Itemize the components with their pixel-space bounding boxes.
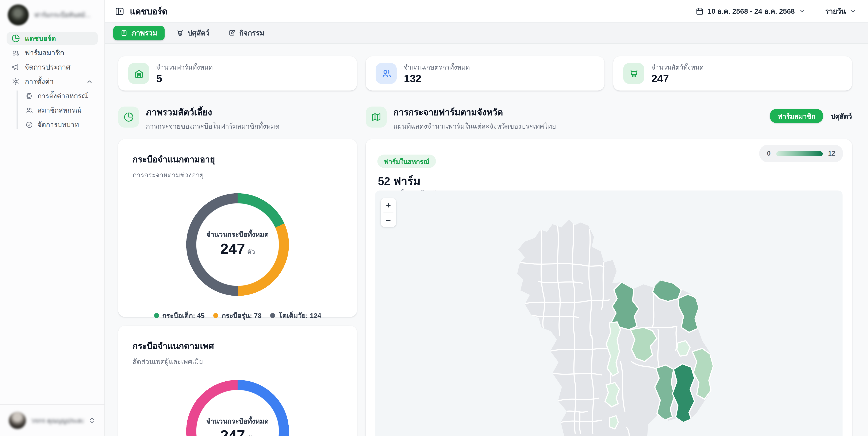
- user-menu[interactable]: วรกร คุณบุญประสงค์...: [0, 404, 104, 436]
- user-name-blurred: วรกร คุณบุญประสงค์...: [31, 415, 84, 426]
- choropleth-scale-legend: 0 12: [759, 145, 843, 162]
- tab-activity[interactable]: กิจกรรม: [221, 26, 272, 40]
- overview-icon: [121, 29, 128, 36]
- overview-section-subtitle: การกระจายของกระบือในฟาร์มสมาชิกทั้งหมด: [146, 121, 280, 131]
- top-header: แดชบอร์ด 10 ธ.ค. 2568 - 24 ธ.ค. 2568 ราย…: [105, 0, 868, 23]
- stat-card-total-farms: จำนวนฟาร์มทั้งหมด 5: [118, 56, 357, 91]
- donut-center-value: 247ตัว: [220, 241, 255, 260]
- chevron-up-icon: [86, 78, 93, 85]
- farms-in-coop-badge: ฟาร์มในสหกรณ์: [377, 155, 436, 168]
- granularity-select[interactable]: รายวัน: [822, 3, 860, 20]
- sidebar-item-label: ฟาร์มสมาชิก: [25, 47, 64, 59]
- date-range-value: 10 ธ.ค. 2568 - 24 ธ.ค. 2568: [707, 5, 795, 17]
- age-donut-legend: กระบือเด็ก: 45กระบือรุ่น: 78โตเต็มวัย: 1…: [132, 310, 342, 321]
- map-section-header: การกระจายฟาร์มตามจังหวัด แผนที่แสดงจำนวน…: [366, 106, 556, 131]
- stat-label: จำนวนเกษตรกรทั้งหมด: [404, 62, 470, 72]
- gear-icon: [11, 77, 20, 86]
- sidebar-collapse-icon[interactable]: [115, 6, 124, 16]
- sidebar-subitem-label: สมาชิกสหกรณ์: [37, 105, 82, 115]
- coop-logo-row: ฟาร์มกระบือทันสมั...: [0, 0, 104, 31]
- cow-icon: [176, 29, 184, 37]
- pie-chart-icon: [11, 34, 20, 42]
- map-total-farms: 52 ฟาร์ม: [378, 172, 421, 190]
- map-icon: [371, 112, 381, 122]
- notebook-pen-icon: [228, 29, 236, 36]
- tab-label: ปศุสัตว์: [188, 27, 210, 39]
- date-range-picker[interactable]: 10 ธ.ค. 2568 - 24 ธ.ค. 2568: [692, 3, 808, 20]
- sidebar-subitem-label: การตั้งค่าสหกรณ์: [37, 91, 88, 101]
- thailand-choropleth-map[interactable]: [375, 190, 842, 436]
- scale-max: 12: [828, 150, 835, 158]
- sidebar-item-announcements[interactable]: จัดการประกาศ: [6, 61, 98, 73]
- tab-label: กิจกรรม: [239, 27, 264, 39]
- user-avatar: [9, 412, 26, 429]
- calendar-icon: [695, 7, 704, 15]
- barn-icon: [133, 68, 144, 79]
- sidebar: ฟาร์มกระบือทันสมั... แดชบอร์ด ฟาร์มสมาชิ…: [0, 0, 105, 436]
- tab-overview[interactable]: ภาพรวม: [113, 26, 164, 40]
- legend-dot: [154, 313, 159, 318]
- stat-card-total-farmers: จำนวนเกษตรกรทั้งหมด 132: [366, 56, 604, 91]
- check-circle-icon: [25, 121, 33, 128]
- donut-center-label: จำนวนกระบือทั้งหมด: [206, 229, 269, 240]
- overview-section-header: ภาพรวมสัตว์เลี้ยง การกระจายของกระบือในฟา…: [118, 106, 279, 131]
- legend-item: กระบือเด็ก: 45: [154, 310, 205, 321]
- legend-item: กระบือรุ่น: 78: [214, 310, 261, 321]
- sex-card-title: กระบือจำแนกตามเพศ: [132, 339, 342, 353]
- chevron-down-icon: [850, 8, 857, 14]
- donut-center-label: จำนวนกระบือทั้งหมด: [206, 416, 269, 426]
- cow-icon: [628, 68, 639, 79]
- megaphone-icon: [11, 63, 20, 71]
- map-section-subtitle: แผนที่แสดงจำนวนฟาร์มในแต่ละจังหวัดของประ…: [394, 121, 556, 131]
- users-icon: [381, 68, 392, 79]
- sidebar-item-member-farms[interactable]: ฟาร์มสมาชิก: [6, 46, 98, 59]
- coop-logo-image: [8, 4, 29, 26]
- stat-card-total-animals: จำนวนสัตว์ทั้งหมด 247: [613, 56, 852, 91]
- legend-item: โตเต็มวัย: 124: [270, 310, 321, 321]
- sidebar-item-label: แดชบอร์ด: [25, 33, 56, 44]
- coop-name-blurred: ฟาร์มกระบือทันสมั...: [34, 10, 90, 20]
- farm-map-card: ฟาร์มในสหกรณ์ 52 ฟาร์ม กระจายใน 11 จังหว…: [366, 139, 852, 436]
- map-section-title: การกระจายฟาร์มตามจังหวัด: [394, 107, 556, 118]
- sidebar-subitem-coop-settings[interactable]: การตั้งค่าสหกรณ์: [23, 90, 98, 102]
- province-cell[interactable]: [605, 383, 619, 407]
- document-settings-icon: [25, 92, 33, 100]
- scale-gradient-bar: [776, 151, 823, 156]
- sex-donut-card: กระบือจำแนกตามเพศ สัดส่วนเพศผู้และเพศเมี…: [118, 326, 357, 436]
- stat-label: จำนวนสัตว์ทั้งหมด: [651, 62, 704, 72]
- dashboard-content: จำนวนฟาร์มทั้งหมด 5 จำนวนเกษตรกรทั้งหมด …: [105, 44, 868, 436]
- age-card-subtitle: การกระจายตามช่วงอายุ: [132, 169, 342, 180]
- scale-min: 0: [767, 150, 771, 158]
- legend-dot: [270, 313, 275, 318]
- tractor-icon: [11, 48, 20, 57]
- age-donut-card: กระบือจำแนกตามอายุ การกระจายตามช่วงอายุ …: [118, 139, 357, 317]
- toggle-livestock[interactable]: ปศุสัตว์: [831, 111, 852, 121]
- donut-center-value: 247ตัว: [220, 427, 255, 436]
- pie-chart-icon: [124, 112, 134, 122]
- sidebar-subitem-coop-members[interactable]: สมาชิกสหกรณ์: [23, 104, 98, 116]
- sex-card-subtitle: สัดส่วนเพศผู้และเพศเมีย: [132, 356, 342, 367]
- age-card-title: กระบือจำแนกตามอายุ: [132, 153, 342, 166]
- toggle-member-farms[interactable]: ฟาร์มสมาชิก: [770, 109, 823, 123]
- donut-center-unit: ตัว: [247, 248, 255, 255]
- map-mode-toggle: ฟาร์มสมาชิก ปศุสัตว์: [770, 109, 852, 123]
- zoom-out-button[interactable]: −: [381, 213, 396, 227]
- dashboard-tabbar: ภาพรวม ปศุสัตว์ กิจกรรม: [105, 23, 868, 44]
- sidebar-item-label: การตั้งค่า: [25, 76, 81, 87]
- stat-value: 247: [651, 73, 704, 85]
- donut-center-unit: ตัว: [247, 435, 255, 436]
- overview-section-title: ภาพรวมสัตว์เลี้ยง: [146, 107, 280, 118]
- map-zoom-control: + −: [381, 198, 396, 227]
- chevron-updown-icon: [88, 417, 96, 424]
- tab-livestock[interactable]: ปศุสัตว์: [169, 26, 217, 40]
- zoom-in-button[interactable]: +: [381, 198, 396, 212]
- legend-dot: [214, 313, 219, 318]
- granularity-value: รายวัน: [825, 5, 846, 17]
- sidebar-item-dashboard[interactable]: แดชบอร์ด: [6, 32, 98, 45]
- thailand-map-viewport[interactable]: + −: [375, 190, 842, 436]
- sidebar-subitem-label: จัดการบทบาท: [37, 119, 79, 130]
- sidebar-subitem-role-management[interactable]: จัดการบทบาท: [23, 118, 98, 131]
- sidebar-item-label: จัดการประกาศ: [25, 61, 70, 73]
- sidebar-item-settings[interactable]: การตั้งค่า: [6, 75, 98, 88]
- users-icon: [25, 106, 33, 114]
